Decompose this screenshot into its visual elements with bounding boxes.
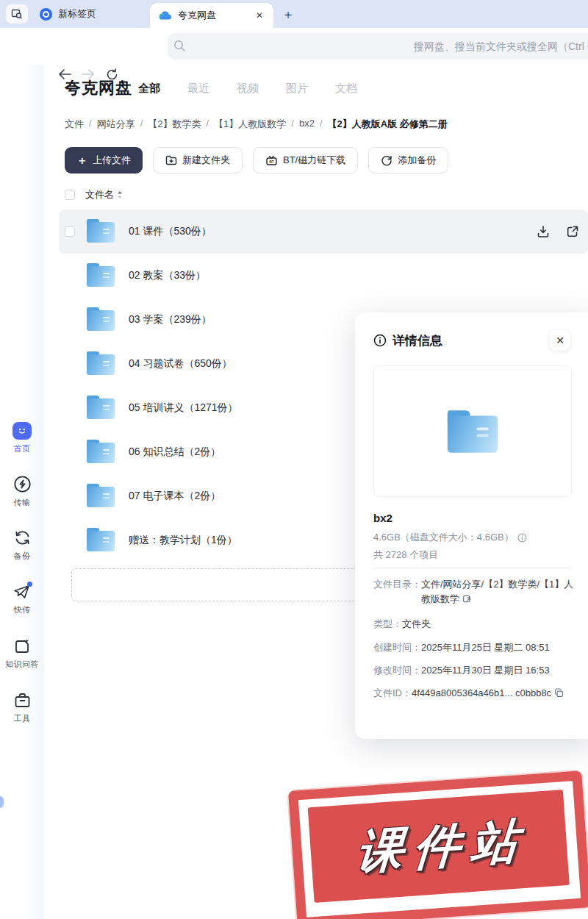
- sidebar-item-home[interactable]: 首页: [0, 422, 44, 454]
- list-header: 文件名: [65, 188, 123, 201]
- details-panel: 详情信息 ✕ bx2 4.6GB（磁盘文件大小：4.6GB） 共 2728 个项…: [355, 312, 588, 739]
- notification-dot: [27, 582, 32, 587]
- file-name: 02 教案（33份）: [129, 269, 206, 282]
- sidebar-item-label: 备份: [14, 551, 31, 562]
- breadcrumb-item[interactable]: 网站分享: [97, 118, 135, 131]
- toolbox-icon: [13, 692, 32, 709]
- file-id-value: 4f449a8005364a46b1... c0bbb8c: [412, 686, 564, 701]
- folder-icon: [87, 528, 115, 551]
- sidebar-item-transfer[interactable]: 传输: [0, 475, 44, 508]
- browser-tab-quark-drive[interactable]: 夸克网盘 ✕: [150, 3, 273, 28]
- file-id-label: 文件ID：: [373, 686, 412, 701]
- sidebar-item-label: 知识问答: [5, 659, 39, 670]
- tab-label: 夸克网盘: [178, 9, 247, 22]
- directory-label: 文件目录：: [373, 577, 421, 607]
- tab-close-icon[interactable]: ✕: [253, 9, 266, 22]
- breadcrumb-separator: /: [291, 118, 294, 131]
- backup-circle-icon: [381, 154, 392, 166]
- details-close-button[interactable]: ✕: [550, 330, 570, 351]
- stamp-inner: 课件站: [308, 790, 570, 903]
- new-folder-button[interactable]: 新建文件夹: [153, 147, 243, 174]
- download-icon[interactable]: [537, 225, 550, 238]
- created-value: 2025年11月25日 星期二 08:51: [421, 640, 550, 655]
- new-tab-button[interactable]: ＋: [279, 5, 297, 23]
- details-modified: 修改时间： 2025年11月30日 星期日 16:53: [373, 663, 581, 678]
- edge-handle[interactable]: [0, 796, 4, 808]
- action-bar: ＋ 上传文件 新建文件夹 BT BT/磁力链下载 添加备份: [65, 147, 448, 174]
- breadcrumb-separator: /: [206, 118, 209, 131]
- tab-doc[interactable]: 文档: [335, 82, 357, 96]
- breadcrumb-item[interactable]: 文件: [65, 118, 84, 131]
- breadcrumb-item[interactable]: bx2: [299, 118, 315, 131]
- knowledge-qa-icon: [13, 637, 32, 655]
- folder-icon: [87, 219, 115, 243]
- details-file-id: 文件ID： 4f449a8005364a46b1... c0bbb8c: [373, 686, 581, 701]
- tab-recent[interactable]: 最近: [187, 82, 209, 96]
- details-header: 详情信息 ✕: [373, 330, 579, 351]
- sidebar-item-tools[interactable]: 工具: [0, 692, 44, 724]
- column-filename[interactable]: 文件名: [85, 188, 123, 201]
- add-backup-button[interactable]: 添加备份: [368, 147, 448, 174]
- sidebar-item-quick-send[interactable]: 快传: [0, 583, 44, 615]
- breadcrumb-separator: /: [140, 118, 143, 131]
- file-name: 07 电子课本（2份）: [129, 490, 220, 503]
- folder-icon: [87, 396, 115, 419]
- home-icon: [12, 422, 32, 440]
- bt-download-button[interactable]: BT BT/磁力链下载: [253, 147, 358, 174]
- breadcrumb-separator: /: [320, 118, 323, 131]
- folder-icon: [87, 440, 115, 463]
- sidebar-item-label: 首页: [14, 443, 31, 454]
- file-name: 01 课件（530份）: [129, 225, 212, 238]
- sidebar-item-backup[interactable]: 备份: [0, 529, 44, 562]
- sort-icon: [117, 190, 123, 199]
- select-all-checkbox[interactable]: [65, 190, 75, 200]
- sidebar-item-knowledge-qa[interactable]: 知识问答: [0, 637, 44, 670]
- type-value: 文件夹: [402, 617, 431, 632]
- tab-label: 新标签页: [58, 7, 96, 21]
- goto-folder-icon[interactable]: [462, 594, 472, 604]
- breadcrumb-item[interactable]: 【1】人教版数学: [214, 118, 286, 131]
- browser-tabbar: 新标签页 夸克网盘 ✕ ＋: [0, 0, 588, 28]
- type-label: 类型：: [373, 617, 402, 632]
- file-row[interactable]: 01 课件（530份）: [59, 210, 588, 254]
- upload-button[interactable]: ＋ 上传文件: [65, 147, 143, 174]
- tab-all[interactable]: 全部: [138, 82, 160, 96]
- copy-icon[interactable]: [554, 688, 564, 698]
- modified-label: 修改时间：: [373, 663, 421, 678]
- bt-download-label: BT/磁力链下载: [283, 154, 345, 167]
- open-share-icon[interactable]: [566, 225, 579, 238]
- folder-plus-icon: [165, 155, 177, 165]
- quark-browser-icon: [40, 8, 52, 21]
- details-size: 4.6GB（磁盘文件大小：4.6GB）: [373, 531, 527, 544]
- details-created: 创建时间： 2025年11月25日 星期二 08:51: [373, 640, 581, 655]
- transfer-icon: [13, 475, 32, 493]
- breadcrumb-item[interactable]: 【2】数学类: [148, 118, 201, 131]
- details-directory: 文件目录： 文件/网站分享/【2】数学类/【1】人教版数学: [373, 577, 581, 607]
- tab-search-button[interactable]: [6, 4, 28, 24]
- details-folder-name: bx2: [373, 512, 392, 524]
- folder-icon: [87, 307, 115, 331]
- window-search-icon: [11, 8, 23, 20]
- created-label: 创建时间：: [373, 640, 421, 655]
- details-title: 详情信息: [392, 332, 550, 349]
- modified-value: 2025年11月30日 星期日 16:53: [421, 663, 550, 678]
- folder-icon-large: [448, 410, 498, 453]
- svg-text:BT: BT: [269, 160, 273, 163]
- folder-icon: [87, 484, 115, 507]
- file-name: 06 知识总结（2份）: [129, 446, 220, 459]
- app-window: 新标签页 夸克网盘 ✕ ＋ 搜网盘、搜当前文件夹或搜全网（Ctrl + F）: [0, 0, 588, 919]
- folder-icon: [87, 351, 115, 375]
- tab-image[interactable]: 图片: [286, 82, 308, 96]
- tab-video[interactable]: 视频: [237, 82, 259, 96]
- backup-sync-icon: [13, 529, 32, 547]
- category-tabs: 全部 最近 视频 图片 文档: [138, 82, 357, 96]
- info-icon-small[interactable]: [517, 533, 527, 543]
- search-icon: [173, 40, 186, 52]
- row-checkbox[interactable]: [65, 226, 75, 237]
- browser-tab-newtab[interactable]: 新标签页: [32, 4, 121, 24]
- breadcrumb-current: 【2】人教版A版 必修第二册: [328, 118, 448, 131]
- folder-icon: [87, 263, 115, 287]
- file-row[interactable]: 02 教案（33份）: [59, 254, 588, 298]
- courseware-stamp: 课件站: [288, 770, 588, 919]
- page-title: 夸克网盘: [65, 77, 132, 99]
